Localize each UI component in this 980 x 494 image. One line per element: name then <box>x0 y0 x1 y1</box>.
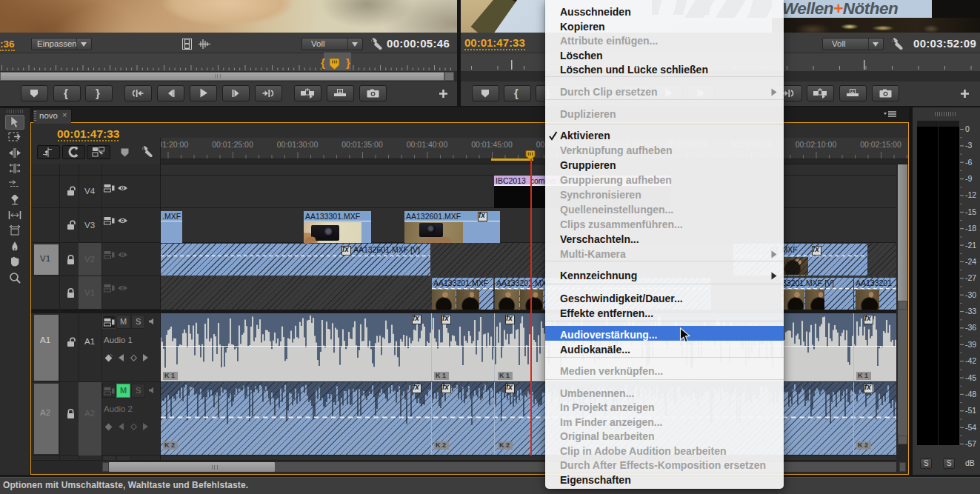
svg-text:00:01:25:00: 00:01:25:00 <box>212 140 253 149</box>
svg-text:00:02:15:00: 00:02:15:00 <box>860 140 901 149</box>
svg-text:00:01:35:00: 00:01:35:00 <box>341 140 383 149</box>
svg-text:00:01:45:00: 00:01:45:00 <box>471 140 513 149</box>
svg-text:00:01:40:00: 00:01:40:00 <box>407 140 448 149</box>
svg-text:00:01:20:00: 00:01:20:00 <box>161 140 188 149</box>
svg-text:00:01:30:00: 00:01:30:00 <box>277 140 319 149</box>
svg-text:00:02:10:00: 00:02:10:00 <box>796 140 837 149</box>
